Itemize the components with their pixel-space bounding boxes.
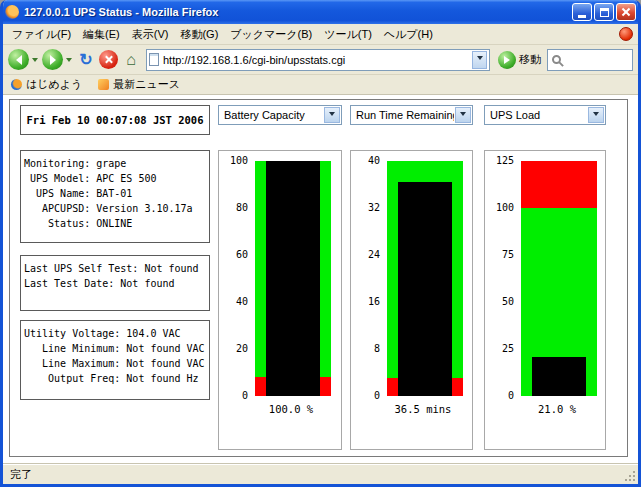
minimize-icon — [578, 15, 586, 18]
gauge-value-label: 36.5 mins — [383, 403, 463, 415]
tick-label: 50 — [502, 297, 514, 307]
run-time-remaining-select[interactable]: Run Time Remaining — [350, 105, 473, 125]
tick-label: 100 — [230, 156, 248, 166]
menu-edit[interactable]: 編集(E) — [77, 25, 126, 44]
chevron-down-icon — [329, 112, 335, 119]
back-button[interactable] — [8, 49, 29, 70]
page-favicon — [149, 53, 159, 66]
menu-tools[interactable]: ツール(T) — [318, 25, 378, 44]
ups-monitoring-info: Monitoring: grape UPS Model: APC ES 500 … — [20, 150, 210, 243]
select-value: Battery Capacity — [224, 109, 323, 121]
chevron-down-icon — [593, 112, 599, 119]
bookmark-getting-started[interactable]: はじめよう — [11, 77, 82, 92]
statusbar: 完了 — [3, 464, 638, 484]
gauge-zone — [521, 161, 597, 208]
navigation-toolbar: ↻ ⌂ http://192.168.1.6/cgi-bin/upsstats.… — [3, 45, 638, 75]
close-button[interactable] — [616, 3, 636, 21]
battery-capacity-gauge: 020406080100 100.0 % — [218, 150, 342, 450]
gauge-scale: 020406080100 — [219, 161, 251, 396]
bookmark-icon — [98, 79, 109, 90]
menubar: ファイル(F) 編集(E) 表示(V) 移動(G) ブックマーク(B) ツール(… — [3, 24, 638, 45]
forward-dropdown-arrow[interactable] — [66, 58, 72, 65]
search-icon — [552, 55, 561, 64]
go-button[interactable]: 移動 — [495, 51, 544, 69]
bookmark-label: 最新ニュース — [113, 77, 180, 92]
gauge-value-bar — [532, 357, 586, 396]
minimize-button[interactable] — [572, 3, 592, 21]
ups-selftest-info: Last UPS Self Test: Not found Last Test … — [20, 255, 210, 311]
menu-go[interactable]: 移動(G) — [174, 25, 224, 44]
status-text: 完了 — [10, 467, 32, 482]
bookmarks-toolbar: はじめよう 最新ニュース — [3, 75, 638, 95]
gauge-body: 0255075100125 — [485, 161, 605, 396]
browser-window: 127.0.0.1 UPS Status - Mozilla Firefox フ… — [0, 0, 641, 487]
gauge-body: 0816243240 — [351, 161, 472, 396]
ups-load-select[interactable]: UPS Load — [484, 105, 606, 125]
url-bar[interactable]: http://192.168.1.6/cgi-bin/upsstats.cgi — [146, 49, 490, 71]
bookmark-label: はじめよう — [26, 77, 82, 92]
tick-label: 32 — [368, 203, 380, 213]
report-timestamp: Fri Feb 10 00:07:08 JST 2006 — [20, 105, 210, 135]
url-input[interactable]: http://192.168.1.6/cgi-bin/upsstats.cgi — [163, 54, 468, 66]
resize-grip[interactable] — [623, 469, 637, 483]
ups-voltage-info: Utility Voltage: 104.0 VAC Line Minimum:… — [20, 320, 210, 400]
tick-label: 40 — [368, 156, 380, 166]
maximize-icon — [600, 8, 609, 17]
select-value: Run Time Remaining — [356, 109, 454, 121]
chevron-down-icon — [460, 112, 466, 119]
titlebar[interactable]: 127.0.0.1 UPS Status - Mozilla Firefox — [0, 0, 641, 24]
url-history-dropdown[interactable] — [472, 51, 487, 69]
gauge-value-bar — [398, 182, 452, 396]
tick-label: 125 — [496, 156, 514, 166]
select-dropdown-button[interactable] — [324, 107, 340, 123]
update-notification-icon[interactable] — [619, 27, 633, 41]
gauge-body: 020406080100 — [219, 161, 341, 396]
battery-capacity-select[interactable]: Battery Capacity — [218, 105, 342, 125]
tick-label: 16 — [368, 297, 380, 307]
menu-bookmarks[interactable]: ブックマーク(B) — [224, 25, 318, 44]
select-dropdown-button[interactable] — [455, 107, 471, 123]
tick-label: 40 — [236, 297, 248, 307]
gauge-column — [387, 161, 463, 396]
select-dropdown-button[interactable] — [588, 107, 604, 123]
tick-label: 24 — [368, 250, 380, 260]
gauge-scale: 0816243240 — [351, 161, 383, 396]
tick-label: 100 — [496, 203, 514, 213]
tick-label: 0 — [242, 391, 248, 401]
bookmark-latest-news[interactable]: 最新ニュース — [98, 77, 180, 92]
menu-view[interactable]: 表示(V) — [126, 25, 175, 44]
gauge-column — [255, 161, 331, 396]
tick-label: 80 — [236, 203, 248, 213]
select-value: UPS Load — [490, 109, 587, 121]
tick-label: 60 — [236, 250, 248, 260]
tick-label: 8 — [374, 344, 380, 354]
forward-button[interactable] — [42, 49, 63, 70]
reload-button[interactable]: ↻ — [76, 50, 96, 69]
close-icon — [621, 7, 631, 17]
tick-label: 75 — [502, 250, 514, 260]
go-button-label: 移動 — [519, 52, 541, 67]
maximize-button[interactable] — [594, 3, 614, 21]
chevron-down-icon — [477, 56, 483, 63]
tick-label: 25 — [502, 344, 514, 354]
forward-arrow-icon — [50, 55, 61, 65]
tick-label: 0 — [374, 391, 380, 401]
bookmark-icon — [11, 79, 22, 90]
stop-button[interactable] — [99, 50, 118, 69]
ups-load-gauge: 0255075100125 21.0 % — [484, 150, 606, 450]
stop-icon — [103, 54, 114, 65]
menu-file[interactable]: ファイル(F) — [6, 25, 77, 44]
firefox-app-icon — [5, 5, 19, 19]
home-button[interactable]: ⌂ — [121, 52, 141, 68]
run-time-remaining-gauge: 0816243240 36.5 mins — [350, 150, 473, 450]
window-title: 127.0.0.1 UPS Status - Mozilla Firefox — [24, 6, 567, 18]
gauge-scale: 0255075100125 — [485, 161, 517, 396]
menu-help[interactable]: ヘルプ(H) — [378, 25, 439, 44]
tick-label: 20 — [236, 344, 248, 354]
back-arrow-icon — [11, 55, 22, 65]
page-content: Fri Feb 10 00:07:08 JST 2006 Battery Cap… — [3, 95, 638, 464]
go-arrow-icon — [498, 51, 516, 69]
search-input[interactable] — [547, 49, 633, 71]
gauge-value-bar — [266, 161, 320, 396]
back-dropdown-arrow[interactable] — [32, 58, 38, 65]
